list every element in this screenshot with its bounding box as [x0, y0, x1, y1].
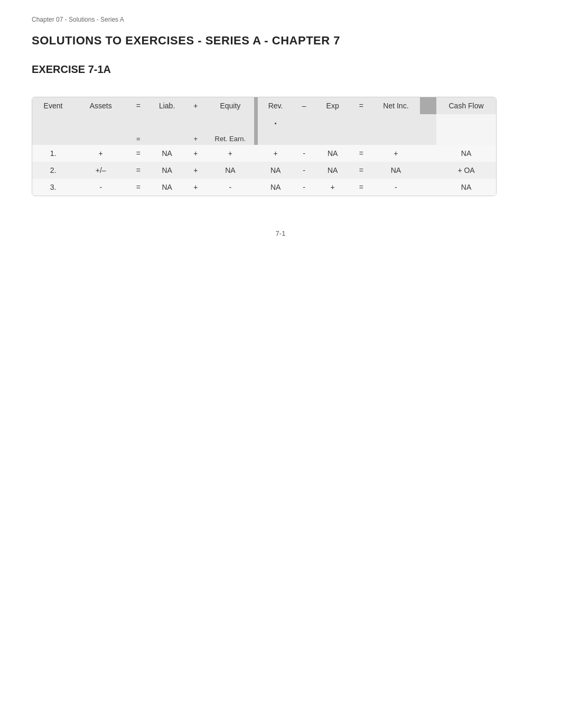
table-row: 3.-=NA+-NA-+=-NA	[32, 179, 496, 196]
cell-liab: NA	[149, 179, 185, 196]
cell-exp: NA	[315, 145, 351, 162]
cell-divider2	[420, 162, 437, 179]
col-header-exp: Exp	[315, 97, 351, 114]
table-divider-left	[254, 97, 258, 145]
cell-equity: +	[207, 145, 254, 162]
cell-plus1: +	[185, 179, 207, 196]
cell-exp: +	[315, 179, 351, 196]
cell-eq1: =	[127, 145, 149, 162]
cell-event: 1.	[32, 145, 74, 162]
cell-dash1: -	[293, 162, 314, 179]
page-number: 7-1	[32, 229, 529, 237]
cell-equity: NA	[207, 162, 254, 179]
cell-exp: NA	[315, 162, 351, 179]
cell-assets: +	[74, 145, 128, 162]
cell-liab: NA	[149, 162, 185, 179]
cell-eq2: =	[350, 145, 372, 162]
col-header-eq1: =	[127, 97, 149, 114]
cell-event: 2.	[32, 162, 74, 179]
col-header-event: Event	[32, 97, 74, 114]
col-header-netinc: Net Inc.	[372, 97, 419, 114]
subheader-ret-earn: Ret. Earn.	[207, 134, 254, 145]
col-header-liab: Liab.	[149, 97, 185, 114]
subheader-plus1: +	[185, 134, 207, 145]
cell-dash1: -	[293, 145, 314, 162]
col-header-dash1: –	[293, 97, 314, 114]
col-header-plus1: +	[185, 97, 207, 114]
cell-netinc: NA	[372, 162, 419, 179]
main-table-wrapper: Event Assets = Liab. + Equity Rev. – Exp…	[32, 97, 497, 196]
cell-plus1: +	[185, 145, 207, 162]
exercise-title: EXERCISE 7-1A	[32, 63, 529, 76]
cell-netinc: +	[372, 145, 419, 162]
cell-divider2	[420, 179, 437, 196]
cell-rev: NA	[258, 179, 294, 196]
cell-eq1: =	[127, 179, 149, 196]
cell-eq2: =	[350, 179, 372, 196]
table-subheader-row: = + Ret. Earn.	[32, 134, 496, 145]
cell-divider2	[420, 145, 437, 162]
main-title: SOLUTIONS TO EXERCISES - SERIES A - CHAP…	[32, 34, 529, 48]
cell-divider	[254, 145, 258, 162]
cell-divider	[254, 162, 258, 179]
cell-rev: NA	[258, 162, 294, 179]
col-header-cashflow: Cash Flow	[436, 97, 496, 114]
cell-rev: +	[258, 145, 294, 162]
cell-cashflow: + OA	[436, 162, 496, 179]
table-header-row: Event Assets = Liab. + Equity Rev. – Exp…	[32, 97, 496, 114]
cell-netinc: -	[372, 179, 419, 196]
cell-eq2: =	[350, 162, 372, 179]
cell-dash1: -	[293, 179, 314, 196]
cell-cashflow: NA	[436, 179, 496, 196]
cell-assets: -	[74, 179, 128, 196]
col-header-eq2: =	[350, 97, 372, 114]
cell-liab: NA	[149, 145, 185, 162]
cell-assets: +/–	[74, 162, 128, 179]
cell-cashflow: NA	[436, 145, 496, 162]
exercise-table: Event Assets = Liab. + Equity Rev. – Exp…	[32, 97, 496, 196]
table-row: 1.+=NA+++-NA=+NA	[32, 145, 496, 162]
col-header-assets: Assets	[74, 97, 128, 114]
cell-plus1: +	[185, 162, 207, 179]
table-row: 2.+/–=NA+NANA-NA=NA+ OA	[32, 162, 496, 179]
col-header-rev: Rev.	[258, 97, 294, 114]
table-divider-right	[420, 97, 437, 114]
breadcrumb: Chapter 07 - Solutions - Series A	[32, 16, 529, 23]
cell-divider	[254, 179, 258, 196]
col-header-equity: Equity	[207, 97, 254, 114]
subheader-eq1: =	[127, 134, 149, 145]
table-dot-row: ·	[32, 114, 496, 134]
dot-cell: ·	[258, 114, 294, 134]
cell-equity: -	[207, 179, 254, 196]
cell-eq1: =	[127, 162, 149, 179]
cell-event: 3.	[32, 179, 74, 196]
